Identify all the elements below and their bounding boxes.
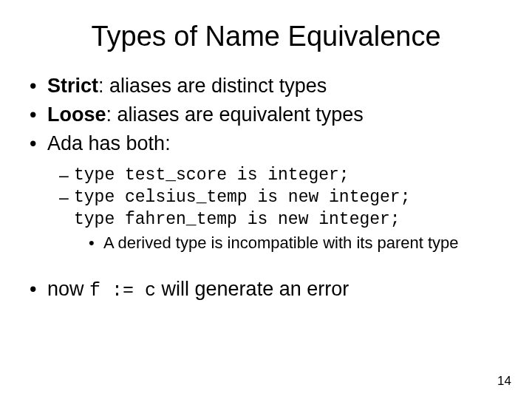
sub-bullet-list: A derived type is incompatible with its … (30, 233, 502, 253)
error-code: f := c (89, 280, 156, 301)
loose-label: Loose (47, 103, 106, 126)
ada-text: Ada has both: (47, 132, 171, 154)
code-line-1: type test_score is integer; (59, 166, 502, 185)
page-number: 14 (497, 374, 511, 389)
subnote-text: A derived type is incompatible with its … (89, 233, 502, 253)
bullet-strict: Strict: aliases are distinct types (30, 75, 502, 98)
code-line-2: type celsius_temp is new integer; (59, 188, 502, 207)
bullet-loose: Loose: aliases are equivalent types (30, 103, 502, 126)
slide-title: Types of Name Equivalence (30, 21, 502, 52)
code-line-3: type fahren_temp is new integer; (59, 210, 502, 229)
strict-rest: : aliases are distinct types (98, 75, 327, 97)
code-dash-list: type test_score is integer; type celsius… (30, 166, 502, 229)
bullet-ada: Ada has both: (30, 132, 502, 155)
main-bullet-list: Strict: aliases are distinct types Loose… (30, 75, 502, 155)
slide: Types of Name Equivalence Strict: aliase… (0, 0, 532, 399)
bullet-error: now f := c will generate an error (30, 278, 502, 301)
error-post: will generate an error (156, 278, 349, 300)
error-pre: now (47, 278, 89, 300)
strict-label: Strict (47, 75, 98, 97)
last-bullet-list: now f := c will generate an error (30, 278, 502, 301)
loose-rest: : aliases are equivalent types (106, 103, 364, 126)
